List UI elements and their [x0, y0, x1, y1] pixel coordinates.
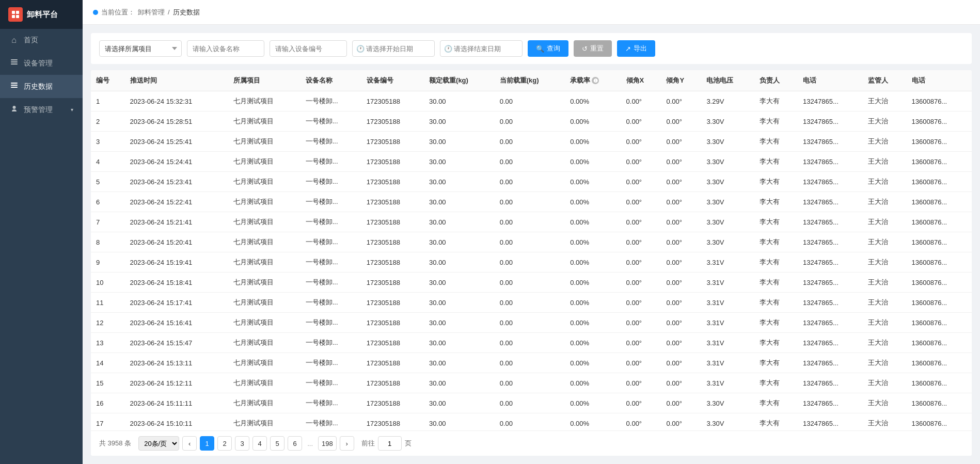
cell-rated: 30.00 — [424, 212, 495, 232]
sidebar-item-device[interactable]: 设备管理 — [0, 52, 83, 75]
table-row: 15 2023-06-24 15:12:11 七月测试项目 一号楼卸... 17… — [91, 373, 972, 393]
cell-rated: 30.00 — [424, 252, 495, 273]
cell-voltage: 3.30V — [701, 232, 754, 252]
cell-angle-y: 0.00° — [661, 333, 701, 353]
prev-page-button[interactable]: ‹ — [182, 436, 197, 451]
cell-no: 5 — [91, 172, 125, 192]
page-btn-1[interactable]: 1 — [200, 436, 214, 451]
page-size-select[interactable]: 20条/页 — [138, 436, 179, 451]
cell-supervisor-tel: 13600876... — [907, 313, 972, 333]
cell-current: 0.00 — [495, 172, 565, 192]
col-angle-y: 倾角Y — [661, 70, 701, 91]
cell-voltage: 3.30V — [701, 393, 754, 413]
export-icon: ↗ — [625, 45, 631, 53]
cell-time: 2023-06-24 15:10:11 — [125, 413, 229, 431]
sidebar-item-warning-label: 预警管理 — [24, 105, 53, 115]
cell-voltage: 3.30V — [701, 132, 754, 152]
cell-supervisor: 王大治 — [863, 212, 906, 232]
page-label: 页 — [405, 439, 412, 448]
cell-no: 3 — [91, 132, 125, 152]
end-date-input[interactable] — [440, 40, 523, 57]
cell-device-id: 172305188 — [361, 252, 424, 273]
cell-no: 17 — [91, 413, 125, 431]
cell-supervisor: 王大治 — [863, 111, 906, 132]
cell-project: 七月测试项目 — [228, 91, 301, 111]
svg-rect-8 — [11, 85, 18, 86]
sidebar-item-warning[interactable]: 预警管理 ▾ — [0, 98, 83, 121]
cell-manager: 李大有 — [754, 393, 798, 413]
cell-angle-x: 0.00° — [621, 373, 661, 393]
table-scroll[interactable]: 编号 推送时间 所属项目 设备名称 设备编号 额定载重(kg) 当前载重(kg)… — [91, 70, 972, 430]
cell-current: 0.00 — [495, 293, 565, 313]
cell-project: 七月测试项目 — [228, 232, 301, 252]
cell-supervisor: 王大治 — [863, 353, 906, 373]
cell-rated: 30.00 — [424, 91, 495, 111]
col-supervisor: 监管人 — [863, 70, 906, 91]
topbar: 当前位置： 卸料管理 / 历史数据 — [83, 0, 980, 25]
cell-project: 七月测试项目 — [228, 273, 301, 293]
cell-manager: 李大有 — [754, 333, 798, 353]
breadcrumb: 当前位置： 卸料管理 / 历史数据 — [93, 8, 200, 17]
cell-supervisor-tel: 13600876... — [907, 192, 972, 212]
cell-voltage: 3.31V — [701, 273, 754, 293]
cell-manager: 李大有 — [754, 273, 798, 293]
svg-rect-7 — [11, 83, 18, 84]
cell-rated: 30.00 — [424, 111, 495, 132]
table-row: 8 2023-06-24 15:20:41 七月测试项目 一号楼卸... 172… — [91, 232, 972, 252]
cell-angle-x: 0.00° — [621, 172, 661, 192]
cell-rated: 30.00 — [424, 413, 495, 431]
cell-no: 2 — [91, 111, 125, 132]
cell-time: 2023-06-24 15:24:41 — [125, 152, 229, 172]
goto-input[interactable] — [378, 436, 402, 451]
page-btn-4[interactable]: 4 — [252, 436, 267, 451]
page-btn-2[interactable]: 2 — [217, 436, 232, 451]
cell-current: 0.00 — [495, 152, 565, 172]
sidebar-item-home[interactable]: ⌂ 首页 — [0, 29, 83, 52]
cell-project: 七月测试项目 — [228, 393, 301, 413]
cell-rated: 30.00 — [424, 152, 495, 172]
cell-current: 0.00 — [495, 333, 565, 353]
cell-rated: 30.00 — [424, 353, 495, 373]
cell-load-rate: 0.00% — [565, 313, 621, 333]
table-row: 3 2023-06-24 15:25:41 七月测试项目 一号楼卸... 172… — [91, 132, 972, 152]
svg-rect-9 — [11, 87, 18, 88]
table-row: 13 2023-06-24 15:15:47 七月测试项目 一号楼卸... 17… — [91, 333, 972, 353]
cell-angle-y: 0.00° — [661, 273, 701, 293]
device-name-input[interactable] — [187, 40, 264, 57]
cell-time: 2023-06-24 15:32:31 — [125, 91, 229, 111]
page-btn-5[interactable]: 5 — [270, 436, 284, 451]
sidebar-item-history[interactable]: 历史数据 — [0, 75, 83, 98]
cell-rated: 30.00 — [424, 293, 495, 313]
cell-current: 0.00 — [495, 192, 565, 212]
query-button[interactable]: 🔍 查询 — [528, 40, 568, 57]
cell-voltage: 3.31V — [701, 373, 754, 393]
table-row: 2 2023-06-24 15:28:51 七月测试项目 一号楼卸... 172… — [91, 111, 972, 132]
end-date-wrap: 🕐 — [440, 40, 523, 57]
cell-manager-tel: 13247865... — [798, 293, 863, 313]
cell-project: 七月测试项目 — [228, 212, 301, 232]
export-button[interactable]: ↗ 导出 — [617, 40, 655, 57]
page-btn-3[interactable]: 3 — [235, 436, 249, 451]
next-page-button[interactable]: › — [340, 436, 354, 451]
cell-time: 2023-06-24 15:12:11 — [125, 373, 229, 393]
device-id-input[interactable] — [270, 40, 347, 57]
col-project: 所属项目 — [228, 70, 301, 91]
cell-manager: 李大有 — [754, 212, 798, 232]
start-date-input[interactable] — [352, 40, 435, 57]
reset-button[interactable]: ↺ 重置 — [574, 40, 612, 57]
cell-angle-y: 0.00° — [661, 313, 701, 333]
cell-rated: 30.00 — [424, 313, 495, 333]
cell-supervisor: 王大治 — [863, 172, 906, 192]
cell-supervisor-tel: 13600876... — [907, 333, 972, 353]
cell-supervisor-tel: 13600876... — [907, 273, 972, 293]
cell-manager: 李大有 — [754, 353, 798, 373]
cell-voltage: 3.31V — [701, 333, 754, 353]
cell-load-rate: 0.00% — [565, 172, 621, 192]
cell-device-name: 一号楼卸... — [301, 353, 361, 373]
page-btn-6[interactable]: 6 — [288, 436, 302, 451]
project-select[interactable]: 请选择所属项目 — [99, 40, 182, 57]
svg-rect-2 — [12, 15, 15, 18]
load-rate-info-icon[interactable]: ❶ — [592, 77, 599, 84]
page-btn-198[interactable]: 198 — [318, 436, 337, 451]
cell-supervisor: 王大治 — [863, 132, 906, 152]
